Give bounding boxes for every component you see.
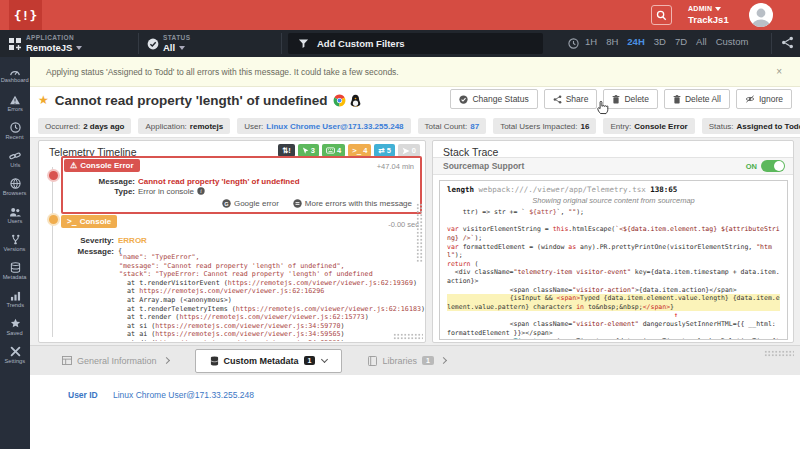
sidebar-item-dashboard[interactable]: Dashboard <box>0 61 30 89</box>
stack-icon <box>293 199 302 208</box>
info-icon[interactable]: i <box>197 187 205 196</box>
link-icon <box>9 151 21 161</box>
sidebar-item-saved[interactable]: Saved <box>0 313 30 341</box>
sidebar-item-metadata[interactable]: Metadata <box>0 257 30 285</box>
console-error-event-card[interactable]: ⚠ Console Error +47.04 min Message: Cann… <box>61 156 422 214</box>
trash-icon <box>673 95 681 104</box>
add-custom-filters-input[interactable]: Add Custom Filters <box>288 33 543 54</box>
table-icon <box>62 356 72 365</box>
share-button[interactable]: Share <box>544 89 598 109</box>
meta-status[interactable]: Status:Assigned to Todd× <box>702 118 800 134</box>
favorite-star-icon[interactable]: ★ <box>38 93 49 107</box>
chevron-down-icon <box>76 46 82 50</box>
clock-icon <box>10 122 21 133</box>
network-arrows-icon: ⇄ <box>378 146 384 155</box>
gauge-icon <box>9 67 21 76</box>
telemetry-timeline-panel: Telemetry Timeline ⇅! 3 4 >_ 4 ⇄ 5 0 <box>38 140 426 343</box>
close-icon[interactable]: × <box>776 66 782 77</box>
console-prompt-icon: >_ <box>67 217 77 226</box>
divider <box>771 33 772 54</box>
console-event-badge[interactable]: >_ Console <box>61 215 117 228</box>
sidebar-item-users[interactable]: Users <box>0 201 30 229</box>
error-title-row: ★ Cannot read property 'length' of undef… <box>30 87 800 113</box>
linux-penguin-icon <box>350 94 361 107</box>
chevron-right-icon <box>440 357 447 364</box>
book-icon <box>368 356 377 366</box>
search-button[interactable] <box>651 5 672 25</box>
account-menu[interactable]: ADMIN TrackJs1 <box>688 3 729 25</box>
range-all[interactable]: All <box>696 36 707 47</box>
meta-users-impacted: Total Users Impacted:16 <box>493 118 596 134</box>
eye-slash-icon <box>745 95 755 103</box>
avatar[interactable] <box>749 3 773 27</box>
globe-icon <box>10 178 21 189</box>
more-errors-link[interactable]: More errors with this message <box>293 199 412 208</box>
sidebar-item-errors[interactable]: Errors <box>0 89 30 117</box>
range-8h[interactable]: 8H <box>606 36 618 47</box>
divider <box>138 33 139 54</box>
sidebar-item-versions[interactable]: Versions <box>0 229 30 257</box>
tab-badge: 1 <box>304 356 316 365</box>
meta-occurred: Occurred:2 days ago <box>38 118 131 134</box>
custom-metadata-detail: User ID Linux Chrome User@171.33.255.248 <box>30 375 800 449</box>
sidebar-item-settings[interactable]: Settings <box>0 341 30 369</box>
severity-label: Severity: <box>61 236 114 245</box>
change-status-button[interactable]: Change Status <box>450 89 537 109</box>
error-type: Error in console <box>138 187 194 196</box>
application-selector[interactable]: APPLICATION RemoteJS <box>26 33 82 53</box>
sourcemap-label: Sourcemap Support <box>443 161 524 171</box>
range-3d[interactable]: 3D <box>654 36 666 47</box>
admin-label: ADMIN <box>688 3 712 14</box>
sidebar-item-recent[interactable]: Recent <box>0 117 30 145</box>
user-icon <box>749 5 773 27</box>
share-icon <box>553 95 562 104</box>
meta-total-count[interactable]: Total Count:87 <box>418 118 487 134</box>
clock-icon <box>568 38 579 49</box>
navigation-icon <box>402 147 410 155</box>
range-24h[interactable]: 24H <box>627 36 644 47</box>
keyboard-icon <box>326 147 335 154</box>
stack-frame-line: length webpack:///./viewer/app/Telemetry… <box>447 186 780 195</box>
chrome-browser-icon <box>333 94 346 107</box>
message-label: Message: <box>63 177 135 186</box>
chevron-down-icon <box>179 46 185 50</box>
timeline-console-dot <box>49 215 58 224</box>
users-icon <box>9 207 21 217</box>
tabs-scroll-grip[interactable] <box>764 350 794 357</box>
sourcemap-toggle[interactable] <box>761 160 785 172</box>
sidebar-nav: Dashboard Errors Recent Urls Browsers Us… <box>0 57 30 449</box>
sidebar-item-browsers[interactable]: Browsers <box>0 173 30 201</box>
tab-libraries[interactable]: Libraries 1 <box>368 356 445 366</box>
ignore-button[interactable]: Ignore <box>736 89 792 109</box>
google-error-link[interactable]: G Google error <box>222 199 279 208</box>
range-1h[interactable]: 1H <box>585 36 597 47</box>
delete-button[interactable]: Delete <box>603 89 658 109</box>
error-links: G Google error More errors with this mes… <box>222 199 412 208</box>
tab-custom-metadata[interactable]: Custom Metadata 1 <box>195 349 343 373</box>
detail-value[interactable]: Linux Chrome User@171.33.255.248 <box>113 390 254 400</box>
tab-general-information[interactable]: General Information <box>62 356 169 366</box>
source-code-box[interactable]: length webpack:///./viewer/app/Telemetry… <box>439 180 788 340</box>
main-content: Telemetry Timeline ⇅! 3 4 >_ 4 ⇄ 5 0 <box>30 138 800 345</box>
meta-user[interactable]: User:Linux Chrome User@171.33.255.248 <box>237 118 410 134</box>
horizontal-scroll-grip[interactable] <box>393 333 423 340</box>
type-label: Type: <box>63 187 135 196</box>
chevron-right-icon <box>163 357 170 364</box>
meta-application: Application:remotejs <box>138 118 230 134</box>
status-selector[interactable]: STATUS All <box>163 33 190 53</box>
top-navbar: {!} ADMIN TrackJs1 <box>0 0 800 30</box>
apps-grid-icon <box>8 37 22 51</box>
share-icon[interactable] <box>781 36 794 49</box>
range-custom[interactable]: Custom <box>716 36 749 47</box>
sidebar-item-urls[interactable]: Urls <box>0 145 30 173</box>
range-7d[interactable]: 7D <box>675 36 687 47</box>
check-circle-icon <box>459 95 468 104</box>
trackjs-logo-icon[interactable]: {!} <box>9 0 42 30</box>
delete-all-button[interactable]: Delete All <box>664 89 730 109</box>
trash-icon <box>612 95 620 104</box>
vertical-scroll-grip[interactable] <box>416 203 423 263</box>
message-label: Message: <box>61 247 114 256</box>
tab-badge: 1 <box>422 356 434 365</box>
database-icon <box>10 262 21 273</box>
sidebar-item-trends[interactable]: Trends <box>0 285 30 313</box>
